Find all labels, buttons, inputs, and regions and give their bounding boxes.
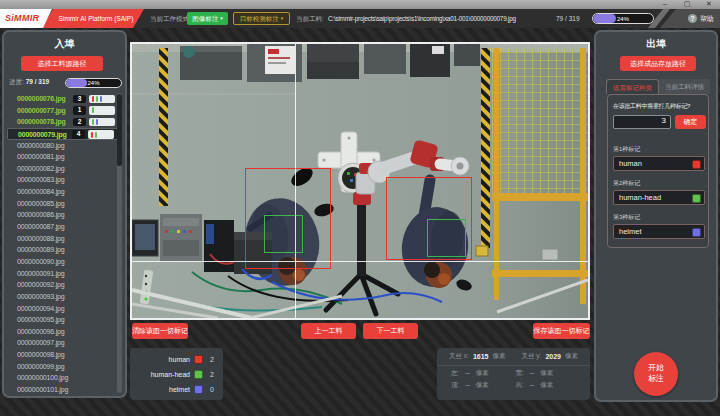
select-source-path-button[interactable]: 选择工料源路径 xyxy=(21,56,103,71)
legend-count: 2 xyxy=(207,371,217,378)
detect-mode-dropdown-button[interactable]: 目标检测标注 ▾ xyxy=(233,12,290,25)
annotation-color-ticks xyxy=(89,95,115,104)
select-output-path-button[interactable]: 选择成品存放路径 xyxy=(620,56,696,71)
minimize-icon[interactable]: – xyxy=(658,0,672,9)
mark-name-input[interactable]: human xyxy=(613,156,705,171)
file-list-item[interactable]: 0000000094.jpg xyxy=(7,303,119,315)
batch-progress: 进度: 79 / 319 24% xyxy=(9,78,124,89)
close-icon[interactable]: ✕ xyxy=(702,0,716,9)
box-coordinates: 左:--像素 宽:--像素 顶:--像素 高:--像素 xyxy=(437,366,590,390)
file-list-item[interactable]: 0000000076.jpg3 xyxy=(7,93,119,105)
file-name: 0000000088.jpg xyxy=(17,235,64,242)
color-swatch[interactable] xyxy=(692,160,701,169)
left-value: -- xyxy=(465,369,469,378)
progress-percent: 24% xyxy=(593,14,653,23)
mark-name-input[interactable]: human-head xyxy=(613,190,705,205)
file-name: 0000000084.jpg xyxy=(17,188,64,195)
help-button[interactable]: ? 帮助 xyxy=(660,9,720,28)
batch-progress-bar: 24% xyxy=(65,78,122,88)
file-name: 0000000087.jpg xyxy=(17,223,64,230)
file-list-item[interactable]: 0000000095.jpg xyxy=(7,314,119,326)
mode-dropdown-button[interactable]: 图像标注 ▾ xyxy=(187,12,228,25)
top-value: -- xyxy=(465,381,469,390)
file-list-item[interactable]: 0000000078.jpg2 xyxy=(7,116,119,128)
file-name: 0000000093.jpg xyxy=(17,293,64,300)
output-port-title: 出埠 xyxy=(596,37,716,51)
start-annotation-button[interactable]: 开始 标注 xyxy=(634,352,678,396)
file-list-item[interactable]: 0000000081.jpg xyxy=(7,151,119,163)
file-name: 0000000086.jpg xyxy=(17,211,64,218)
file-list-item[interactable]: 0000000080.jpg xyxy=(7,140,119,152)
legend-count: 2 xyxy=(207,356,217,363)
file-list-item[interactable]: 0000000096.jpg xyxy=(7,326,119,338)
color-swatch[interactable] xyxy=(692,194,701,203)
previous-item-button[interactable]: 上一工料 xyxy=(301,323,356,339)
annotation-count-badge: 1 xyxy=(73,106,86,115)
coordinates-panel: 叉丝 x: 1615 像素 叉丝 y: 2029 像素 左:--像素 宽:--像… xyxy=(437,348,590,400)
file-name: 0000000094.jpg xyxy=(17,305,64,312)
crosshair-coordinates: 叉丝 x: 1615 像素 叉丝 y: 2029 像素 xyxy=(437,348,590,366)
unit-label: 像素 xyxy=(540,381,553,390)
maximize-icon[interactable]: ▢ xyxy=(680,0,694,9)
file-list-item[interactable]: 0000000088.jpg xyxy=(7,233,119,245)
file-name: 0000000076.jpg xyxy=(17,95,66,102)
file-name: 0000000082.jpg xyxy=(17,165,64,172)
unit-label: 像素 xyxy=(565,352,578,361)
mark-name-input[interactable]: helmet xyxy=(613,224,705,239)
chevron-down-icon: ▾ xyxy=(281,15,284,21)
file-list-item[interactable]: 0000000098.jpg xyxy=(7,349,119,361)
file-list-item[interactable]: 0000000083.jpg xyxy=(7,174,119,186)
file-list-item[interactable]: 0000000091.jpg xyxy=(7,268,119,280)
file-list-item[interactable]: 00000000101.jpg xyxy=(7,384,119,396)
mark-count-input[interactable]: 3 xyxy=(613,115,671,129)
tab-set-mark-types[interactable]: 设置标记种类 xyxy=(606,79,659,94)
cross-x-label: 叉丝 x: xyxy=(449,352,469,361)
file-list-item[interactable]: 0000000084.jpg xyxy=(7,186,119,198)
color-swatch xyxy=(194,370,203,379)
app-title: Simmir AI Platform (SAIP) xyxy=(42,9,144,28)
color-tick xyxy=(95,132,97,138)
progress-counter: 79 / 319 xyxy=(26,78,50,85)
clear-annotations-button[interactable]: 清除该图一切标记 xyxy=(132,323,188,339)
color-tick xyxy=(92,107,94,113)
unit-label: 像素 xyxy=(540,369,553,378)
file-list-item[interactable]: 0000000086.jpg xyxy=(7,209,119,221)
color-swatch[interactable] xyxy=(692,228,701,237)
file-list-item[interactable]: 0000000082.jpg xyxy=(7,163,119,175)
tab-current-item-details[interactable]: 当前工料详情 xyxy=(659,79,710,94)
annotation-legend: human 2 human-head 2 helmet 0 xyxy=(130,348,223,400)
output-port-panel: 出埠 选择成品存放路径 设置标记种类 当前工料详情 在该批工料中将要打几种标记?… xyxy=(594,30,718,402)
crosshair-vertical xyxy=(295,44,296,318)
confirm-button[interactable]: 确定 xyxy=(675,115,706,129)
mark-name-value: human xyxy=(619,159,642,168)
file-list-item[interactable]: 0000000077.jpg1 xyxy=(7,105,119,117)
file-list-item[interactable]: 0000000085.jpg xyxy=(7,198,119,210)
file-list-item[interactable]: 0000000079.jpg4 xyxy=(7,128,119,140)
file-list-item[interactable]: 0000000089.jpg xyxy=(7,244,119,256)
file-list-item[interactable]: 0000000099.jpg xyxy=(7,361,119,373)
annotation-box-human-head[interactable] xyxy=(264,215,303,253)
legend-row: human 2 xyxy=(130,352,217,367)
image-viewer[interactable] xyxy=(130,42,590,320)
file-list-item[interactable]: 0000000090.jpg xyxy=(7,256,119,268)
mark-group-3: 第3种标记 helmet xyxy=(613,213,705,239)
file-list-item[interactable]: 00000000100.jpg xyxy=(7,372,119,384)
file-list-item[interactable]: 0000000097.jpg xyxy=(7,337,119,349)
file-list-item[interactable]: 0000000087.jpg xyxy=(7,221,119,233)
save-annotations-button[interactable]: 保存该图一切标记 xyxy=(533,323,590,339)
file-name: 0000000081.jpg xyxy=(17,153,64,160)
cross-y-value: 2029 xyxy=(545,353,561,360)
legend-label: helmet xyxy=(169,386,190,393)
start-button-line1: 开始 xyxy=(634,363,678,374)
file-list-scrollbar[interactable] xyxy=(117,93,122,393)
start-button-line2: 标注 xyxy=(634,374,678,385)
progress-percent: 24% xyxy=(66,79,121,87)
annotation-box-human-head[interactable] xyxy=(427,219,466,257)
mark-group-1: 第1种标记 human xyxy=(613,145,705,171)
file-list-item[interactable]: 0000000093.jpg xyxy=(7,291,119,303)
scrollbar-thumb[interactable] xyxy=(117,94,122,166)
detect-mode-value: 目标检测标注 xyxy=(240,15,279,22)
file-list-item[interactable]: 0000000092.jpg xyxy=(7,279,119,291)
height-label: 高: xyxy=(516,381,524,390)
next-item-button[interactable]: 下一工料 xyxy=(363,323,418,339)
